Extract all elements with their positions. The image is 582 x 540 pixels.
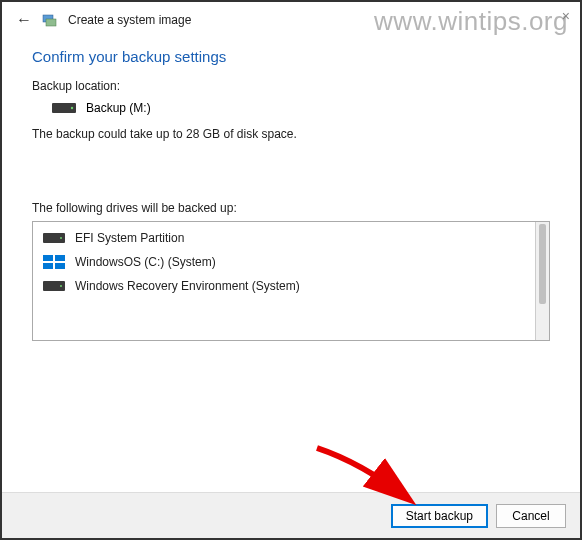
- svg-rect-8: [43, 263, 53, 269]
- back-arrow-icon[interactable]: ←: [16, 12, 32, 28]
- svg-rect-1: [46, 19, 56, 26]
- backup-location-row: Backup (M:): [32, 101, 550, 115]
- drives-list: EFI System Partition WindowsOS (C:) (Sys…: [33, 222, 535, 340]
- page-heading: Confirm your backup settings: [32, 48, 550, 65]
- list-item[interactable]: Windows Recovery Environment (System): [33, 274, 535, 298]
- windows-drive-icon: [43, 255, 65, 269]
- svg-rect-6: [43, 255, 53, 261]
- system-image-icon: [42, 12, 58, 28]
- scrollbar[interactable]: [535, 222, 549, 340]
- backup-location-label: Backup location:: [32, 79, 550, 93]
- start-backup-button[interactable]: Start backup: [391, 504, 488, 528]
- backup-location-value: Backup (M:): [86, 101, 151, 115]
- content-area: Confirm your backup settings Backup loca…: [2, 34, 580, 341]
- svg-point-11: [60, 285, 62, 287]
- titlebar: ← Create a system image: [2, 2, 580, 34]
- close-icon[interactable]: ×: [562, 8, 570, 24]
- hard-drive-icon: [52, 101, 76, 115]
- drives-list-label: The following drives will be backed up:: [32, 201, 550, 215]
- drives-listbox: EFI System Partition WindowsOS (C:) (Sys…: [32, 221, 550, 341]
- hard-drive-icon: [43, 279, 65, 293]
- hard-drive-icon: [43, 231, 65, 245]
- list-item[interactable]: EFI System Partition: [33, 226, 535, 250]
- drive-name: EFI System Partition: [75, 231, 184, 245]
- svg-rect-9: [55, 263, 65, 269]
- svg-rect-7: [55, 255, 65, 261]
- drive-name: Windows Recovery Environment (System): [75, 279, 300, 293]
- drive-name: WindowsOS (C:) (System): [75, 255, 216, 269]
- svg-point-3: [71, 107, 73, 109]
- cancel-button[interactable]: Cancel: [496, 504, 566, 528]
- window-title: Create a system image: [68, 13, 191, 27]
- dialog-footer: Start backup Cancel: [2, 492, 580, 538]
- scrollbar-thumb[interactable]: [539, 224, 546, 304]
- svg-point-5: [60, 237, 62, 239]
- list-item[interactable]: WindowsOS (C:) (System): [33, 250, 535, 274]
- disk-space-text: The backup could take up to 28 GB of dis…: [32, 127, 550, 141]
